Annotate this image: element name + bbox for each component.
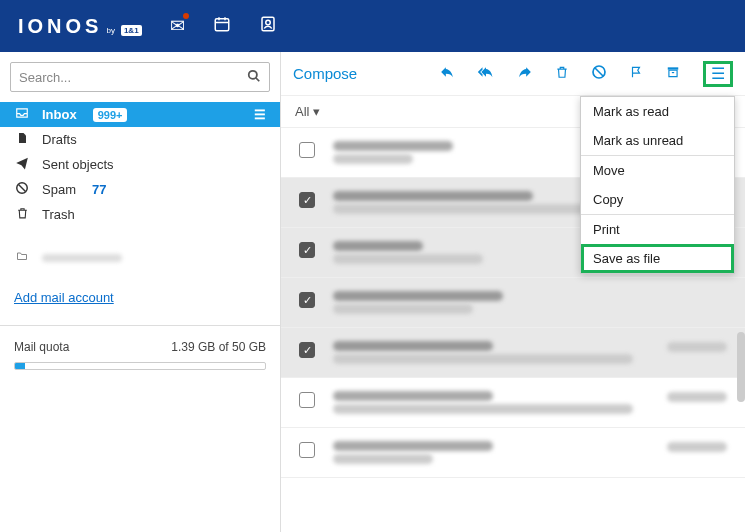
- quota-bar: [14, 362, 266, 370]
- quota-label: Mail quota: [14, 340, 69, 354]
- checkbox[interactable]: ✓: [299, 292, 315, 308]
- chevron-down-icon: ▾: [313, 104, 320, 119]
- svg-rect-12: [668, 67, 679, 69]
- add-mail-account-link[interactable]: Add mail account: [10, 290, 118, 305]
- brand-sub: 1&1: [121, 25, 142, 36]
- quota-value: 1.39 GB of 50 GB: [171, 340, 266, 354]
- inbox-icon: [14, 106, 30, 123]
- folder-icon: [14, 250, 30, 265]
- search-input[interactable]: [19, 70, 247, 85]
- calendar-icon[interactable]: [213, 15, 231, 38]
- folder-menu-icon[interactable]: ☰: [254, 107, 266, 122]
- sidebar: Inbox 999+ ☰ Drafts Sent objects: [0, 52, 281, 532]
- archive-icon[interactable]: [665, 65, 681, 82]
- flag-icon[interactable]: [629, 64, 643, 83]
- trash-icon: [14, 206, 30, 223]
- folder-trash[interactable]: Trash: [0, 202, 280, 227]
- folder-sent-label: Sent objects: [42, 157, 114, 172]
- svg-point-6: [249, 70, 257, 78]
- quota-row: Mail quota 1.39 GB of 50 GB: [10, 336, 270, 358]
- message-row[interactable]: [281, 428, 745, 478]
- svg-point-5: [265, 20, 270, 25]
- folder-inbox-badge: 999+: [93, 108, 128, 122]
- search-box[interactable]: [10, 62, 270, 92]
- scrollbar[interactable]: [737, 332, 745, 402]
- contacts-icon[interactable]: [259, 15, 277, 38]
- message-date: [667, 342, 727, 352]
- notification-dot: [183, 13, 189, 19]
- menu-move[interactable]: Move: [581, 156, 734, 185]
- message-date: [667, 442, 727, 452]
- block-icon[interactable]: [591, 64, 607, 83]
- spam-icon: [14, 181, 30, 198]
- folder-list: Inbox 999+ ☰ Drafts Sent objects: [0, 102, 280, 270]
- folder-spam-count: 77: [92, 182, 106, 197]
- folder-spam-label: Spam: [42, 182, 76, 197]
- svg-line-7: [256, 77, 260, 81]
- menu-mark-unread[interactable]: Mark as unread: [581, 126, 734, 155]
- folder-custom[interactable]: [0, 245, 280, 270]
- svg-line-11: [595, 68, 603, 76]
- brand-name: IONOS: [18, 15, 102, 38]
- checkbox[interactable]: [299, 392, 315, 408]
- message-date: [667, 392, 727, 402]
- folder-trash-label: Trash: [42, 207, 75, 222]
- svg-line-9: [19, 185, 26, 192]
- brand-by: by: [106, 26, 114, 35]
- forward-icon[interactable]: [517, 65, 533, 82]
- drafts-icon: [14, 131, 30, 148]
- checkbox[interactable]: ✓: [299, 342, 315, 358]
- checkbox[interactable]: ✓: [299, 242, 315, 258]
- reply-icon[interactable]: [439, 65, 455, 82]
- menu-save-as-file[interactable]: Save as file: [581, 244, 734, 273]
- folder-sent[interactable]: Sent objects: [0, 152, 280, 177]
- quota-fill: [15, 363, 25, 369]
- message-row[interactable]: ✓: [281, 328, 745, 378]
- compose-button[interactable]: Compose: [293, 65, 357, 82]
- folder-inbox[interactable]: Inbox 999+ ☰: [0, 102, 280, 127]
- checkbox[interactable]: ✓: [299, 192, 315, 208]
- sent-icon: [14, 156, 30, 173]
- folder-drafts-label: Drafts: [42, 132, 77, 147]
- checkbox[interactable]: [299, 442, 315, 458]
- folder-spam[interactable]: Spam 77: [0, 177, 280, 202]
- brand-logo: IONOS by 1&1: [18, 15, 142, 38]
- svg-rect-0: [215, 18, 229, 30]
- menu-mark-read[interactable]: Mark as read: [581, 97, 734, 126]
- reply-all-icon[interactable]: [477, 65, 495, 82]
- mail-icon[interactable]: ✉: [170, 15, 185, 37]
- more-menu-button[interactable]: ☰: [703, 61, 733, 87]
- sidebar-divider: [0, 325, 280, 326]
- checkbox[interactable]: [299, 142, 315, 158]
- message-row[interactable]: ✓: [281, 278, 745, 328]
- folder-inbox-label: Inbox: [42, 107, 77, 122]
- content-pane: Compose ☰ All ▾ ✓: [281, 52, 745, 532]
- menu-copy[interactable]: Copy: [581, 185, 734, 214]
- context-menu: Mark as read Mark as unread Move Copy Pr…: [580, 96, 735, 274]
- toolbar: Compose ☰: [281, 52, 745, 96]
- folder-drafts[interactable]: Drafts: [0, 127, 280, 152]
- top-bar: IONOS by 1&1 ✉: [0, 0, 745, 52]
- menu-print[interactable]: Print: [581, 215, 734, 244]
- filter-all-label: All: [295, 104, 309, 119]
- delete-icon[interactable]: [555, 64, 569, 83]
- search-icon[interactable]: [247, 69, 261, 86]
- folder-custom-label: [42, 254, 122, 262]
- message-row[interactable]: [281, 378, 745, 428]
